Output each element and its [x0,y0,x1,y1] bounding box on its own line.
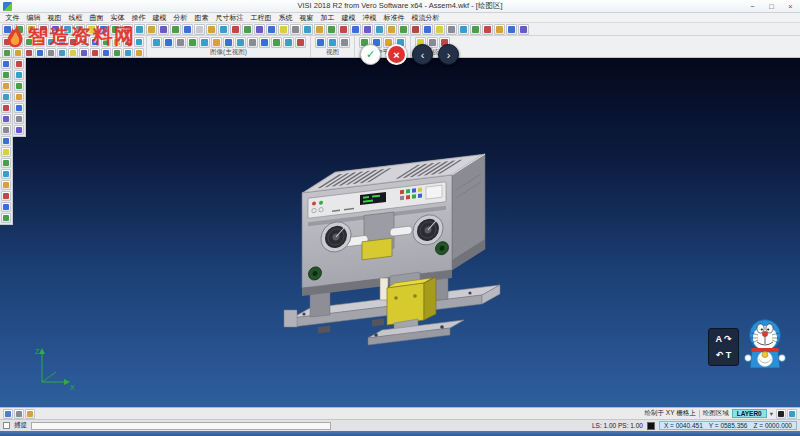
menu-item[interactable]: 编辑 [23,13,44,23]
toolbar-icon[interactable] [68,37,78,47]
toolbar-icon[interactable] [86,24,97,35]
grid-status[interactable]: 绘图区域 [703,409,729,418]
toolbar-icon[interactable] [787,409,797,419]
toolbar-icon[interactable] [35,37,45,47]
toolbar-icon[interactable] [283,37,294,48]
toolbar-icon[interactable] [14,59,24,69]
toolbar-icon[interactable] [24,48,34,58]
toolbar-icon[interactable] [112,48,122,58]
minimize-button[interactable]: − [743,0,762,12]
toolbar-icon[interactable] [290,24,301,35]
toolbar-icon[interactable] [199,37,210,48]
toolbar-icon[interactable] [1,147,11,157]
menu-item[interactable]: 分析 [170,13,191,23]
toolbar-icon[interactable] [98,24,109,35]
toolbar-icon[interactable] [123,48,133,58]
toolbar-icon[interactable] [259,37,270,48]
toolbar-icon[interactable] [1,169,11,179]
toolbar-icon[interactable] [470,24,481,35]
toolbar-icon[interactable] [350,24,361,35]
toolbar-icon[interactable] [24,37,34,47]
menu-item[interactable]: 操作 [128,13,149,23]
toolbar-icon[interactable] [14,114,24,124]
accept-button[interactable]: ✓ [360,44,381,65]
toolbar-icon[interactable] [175,37,186,48]
toolbar-icon[interactable] [151,37,162,48]
toolbar-icon[interactable] [194,24,205,35]
toolbar-icon[interactable] [302,24,313,35]
toolbar-icon[interactable] [278,24,289,35]
menu-item[interactable]: 曲面 [86,13,107,23]
menu-item[interactable]: 冲模 [359,13,380,23]
menu-item[interactable]: 建模 [149,13,170,23]
toolbar-icon[interactable] [1,180,11,190]
toolbar-icon[interactable] [68,48,78,58]
menu-item[interactable]: 工程图 [247,13,275,23]
toolbar-icon[interactable] [90,37,100,47]
toolbar-icon[interactable] [134,37,144,47]
toolbar-icon[interactable] [134,24,145,35]
toolbar-icon[interactable] [50,24,61,35]
toolbar-icon[interactable] [422,24,433,35]
toolbar-icon[interactable] [1,103,11,113]
toolbar-icon[interactable] [101,48,111,58]
toolbar-icon[interactable] [446,24,457,35]
toolbar-icon[interactable] [13,37,23,47]
menu-item[interactable]: 标准件 [380,13,408,23]
toolbar-icon[interactable] [362,24,373,35]
toolbar-icon[interactable] [326,24,337,35]
menu-item[interactable]: 模流分析 [408,13,443,23]
toolbar-icon[interactable] [112,37,122,47]
toolbar-icon[interactable] [339,37,350,48]
toolbar-icon[interactable] [2,48,12,58]
toolbar-icon[interactable] [182,24,193,35]
toolbar-icon[interactable] [218,24,229,35]
toolbar-icon[interactable] [1,125,11,135]
color-swatch[interactable] [647,422,655,430]
toolbar-icon[interactable] [1,70,11,80]
previous-button[interactable]: ‹ [412,44,433,65]
toolbar-icon[interactable] [230,24,241,35]
menu-item[interactable]: 文件 [2,13,23,23]
toolbar-icon[interactable] [13,48,23,58]
toolbar-icon[interactable] [398,24,409,35]
menu-item[interactable]: 视图 [44,13,65,23]
toolbar-icon[interactable] [14,24,25,35]
toolbar-icon[interactable] [14,409,24,419]
cancel-button[interactable]: × [386,44,407,65]
toolbar-icon[interactable] [14,125,24,135]
toolbar-icon[interactable] [338,24,349,35]
close-button[interactable]: × [781,0,800,12]
toolbar-icon[interactable] [1,158,11,168]
layer-dropdown-icon[interactable]: ▾ [770,410,773,418]
toolbar-icon[interactable] [14,103,24,113]
toolbar-icon[interactable] [101,37,111,47]
menu-item[interactable]: 系统 [275,13,296,23]
toolbar-icon[interactable] [90,48,100,58]
toolbar-icon[interactable] [79,37,89,47]
menu-item[interactable]: 建模 [338,13,359,23]
toolbar-icon[interactable] [271,37,282,48]
toolbar-icon[interactable] [163,37,174,48]
toolbar-icon[interactable] [223,37,234,48]
toolbar-icon[interactable] [26,24,37,35]
stamp-tool-panel[interactable]: A ↷ ↶ T [708,328,739,366]
toolbar-icon[interactable] [14,81,24,91]
toolbar-icon[interactable] [62,24,73,35]
toolbar-icon[interactable] [494,24,505,35]
stamp-a-tool[interactable]: A ↷ [715,334,731,344]
menu-item[interactable]: 线框 [65,13,86,23]
toolbar-icon[interactable] [187,37,198,48]
menu-item[interactable]: 图素 [191,13,212,23]
toolbar-icon[interactable] [57,48,67,58]
toolbar-icon[interactable] [506,24,517,35]
toolbar-icon[interactable] [410,24,421,35]
workplane-status[interactable]: 绘制于 XY 栅格上 [645,409,696,418]
toolbar-icon[interactable] [1,191,11,201]
machine-3d-model[interactable] [272,128,507,356]
toolbar-icon[interactable] [170,24,181,35]
toolbar-icon[interactable] [110,24,121,35]
menu-item[interactable]: 视窗 [296,13,317,23]
toolbar-icon[interactable] [14,70,24,80]
toolbar-icon[interactable] [38,24,49,35]
